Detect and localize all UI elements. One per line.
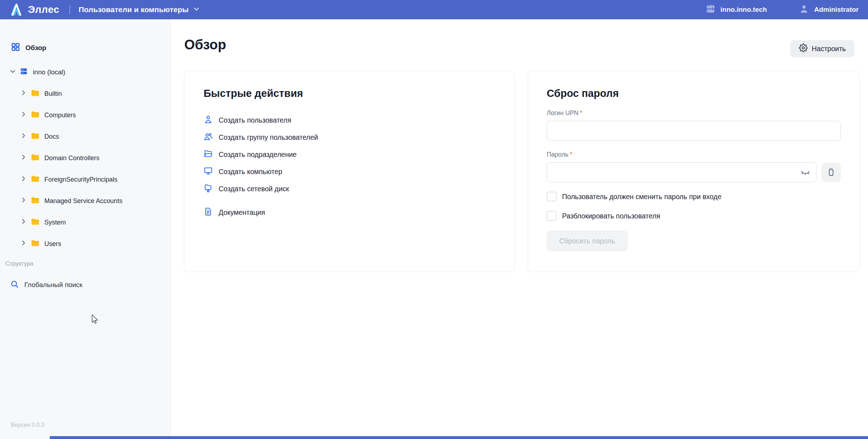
must-change-password-checkbox[interactable] xyxy=(547,192,557,202)
divider xyxy=(69,5,70,14)
action-create-org-unit[interactable]: Создать подразделение xyxy=(204,146,496,163)
user-icon xyxy=(799,4,809,16)
action-label: Создать компьютер xyxy=(219,168,282,176)
domain-chip[interactable]: inno.inno.tech xyxy=(706,4,767,16)
gear-icon xyxy=(799,44,808,54)
user-menu[interactable]: Administrator xyxy=(799,4,859,16)
login-upn-input[interactable] xyxy=(547,121,841,141)
main-content: Обзор Настроить Быстрые действия xyxy=(171,19,868,439)
documentation-icon xyxy=(204,207,213,218)
chevron-right-icon[interactable] xyxy=(20,218,27,227)
chevron-down-icon[interactable] xyxy=(9,68,16,77)
bottom-accent-strip xyxy=(50,436,868,439)
global-search-label: Глобальный поиск xyxy=(24,281,82,289)
copy-password-button[interactable] xyxy=(821,163,841,182)
action-label: Создать пользователя xyxy=(219,116,291,124)
tree-node-managed-service-accounts[interactable]: Managed Service Accounts xyxy=(20,190,170,212)
tree-node-domain-root[interactable]: inno (local) xyxy=(9,66,170,78)
configure-button-label: Настроить xyxy=(812,45,846,53)
domain-name: inno.inno.tech xyxy=(721,6,767,14)
toggle-password-visibility-button[interactable] xyxy=(800,167,811,178)
sidebar-overview-label: Обзор xyxy=(25,44,46,52)
folder-icon xyxy=(30,131,39,142)
current-user-name: Administrator xyxy=(814,6,859,14)
folder-icon xyxy=(30,153,39,163)
quick-actions-card: Быстрые действия Создать пользователя xyxy=(184,71,515,272)
chevron-right-icon[interactable] xyxy=(20,240,27,248)
tree-node-foreign-security-principals[interactable]: ForeignSecurityPrincipals xyxy=(20,169,170,190)
section-switcher[interactable]: Пользователи и компьютеры xyxy=(79,5,200,14)
folder-icon xyxy=(30,110,39,120)
tree-folder-label: Domain Controllers xyxy=(44,154,99,162)
tree-folder-label: Computers xyxy=(44,112,76,119)
unlock-user-row: Разблокировать пользователя xyxy=(547,211,841,221)
folder-icon xyxy=(30,238,39,249)
required-asterisk: * xyxy=(580,109,582,117)
tree-node-system[interactable]: System xyxy=(20,212,170,233)
chevron-right-icon[interactable] xyxy=(20,89,27,98)
must-change-password-row: Пользователь должен сменить пароль при в… xyxy=(547,192,841,202)
dashboard-grid-icon xyxy=(11,42,20,54)
configure-button[interactable]: Настроить xyxy=(790,40,854,57)
password-label: Пароль* xyxy=(547,151,841,158)
chevron-right-icon[interactable] xyxy=(20,154,27,162)
login-upn-label: Логин UPN* xyxy=(547,109,841,117)
page-title: Обзор xyxy=(184,37,226,53)
chevron-right-icon[interactable] xyxy=(20,111,27,119)
tree-node-docs[interactable]: Docs xyxy=(20,126,170,147)
tree-folder-label: Builtin xyxy=(44,90,62,98)
action-label: Создать группу пользователей xyxy=(219,133,318,142)
version-label: Версия 0.0.0 xyxy=(11,422,44,428)
tree-folder-label: ForeignSecurityPrincipals xyxy=(44,176,117,183)
create-user-group-icon xyxy=(204,132,213,143)
tree-node-computers[interactable]: Computers xyxy=(20,104,170,126)
action-label: Документация xyxy=(219,208,265,217)
create-computer-icon xyxy=(204,166,213,177)
action-create-network-drive[interactable]: Создать сетевой диск xyxy=(204,180,496,197)
unlock-user-checkbox[interactable] xyxy=(547,211,557,221)
folder-icon xyxy=(30,88,39,99)
brand-name: Эллес xyxy=(28,4,59,15)
top-bar: Эллес Пользователи и компьютеры inno.inn… xyxy=(0,0,868,19)
chevron-right-icon[interactable] xyxy=(20,197,27,205)
action-create-user-group[interactable]: Создать группу пользователей xyxy=(204,129,496,146)
elles-logo-icon xyxy=(9,2,24,18)
tree-node-domain-controllers[interactable]: Domain Controllers xyxy=(20,147,170,169)
password-reset-title: Сброс пароля xyxy=(547,88,841,99)
sidebar: Обзор inno (local) Builtin Computers Doc… xyxy=(0,19,171,439)
action-label: Создать подразделение xyxy=(219,151,297,159)
tree-folder-label: Managed Service Accounts xyxy=(44,197,122,205)
folder-icon xyxy=(30,217,39,228)
chevron-down-icon xyxy=(193,5,200,14)
create-user-icon xyxy=(204,115,213,126)
section-title: Пользователи и компьютеры xyxy=(79,5,189,14)
tree-folder-label: Users xyxy=(44,240,61,248)
folder-icon xyxy=(30,196,39,206)
chevron-right-icon[interactable] xyxy=(20,132,27,141)
quick-actions-title: Быстрые действия xyxy=(204,88,496,99)
global-search-button[interactable]: Глобальный поиск xyxy=(10,278,170,292)
tree-node-builtin[interactable]: Builtin xyxy=(20,83,170,104)
chevron-right-icon[interactable] xyxy=(20,175,27,184)
unlock-user-label: Разблокировать пользователя xyxy=(562,212,660,220)
tree-node-users[interactable]: Users xyxy=(20,233,170,255)
search-icon xyxy=(10,280,19,291)
required-asterisk: * xyxy=(570,151,572,158)
tree-folder-label: System xyxy=(44,219,66,226)
server-icon xyxy=(706,4,716,16)
app-logo[interactable]: Эллес xyxy=(9,2,59,18)
action-label: Создать сетевой диск xyxy=(219,185,289,193)
tree-root-label: inno (local) xyxy=(33,68,65,76)
sidebar-item-overview[interactable]: Обзор xyxy=(11,42,170,54)
reset-password-button[interactable]: Сбросить пароль xyxy=(547,231,628,251)
action-create-computer[interactable]: Создать компьютер xyxy=(204,163,496,180)
structure-caption: Структура xyxy=(5,260,170,267)
copy-icon xyxy=(826,167,836,178)
action-create-user[interactable]: Создать пользователя xyxy=(204,112,496,129)
create-network-drive-icon xyxy=(204,183,213,194)
domain-server-icon xyxy=(20,67,28,77)
action-documentation[interactable]: Документация xyxy=(204,204,496,221)
password-input[interactable] xyxy=(547,162,816,182)
eye-closed-icon xyxy=(800,167,811,178)
must-change-password-label: Пользователь должен сменить пароль при в… xyxy=(562,193,721,201)
